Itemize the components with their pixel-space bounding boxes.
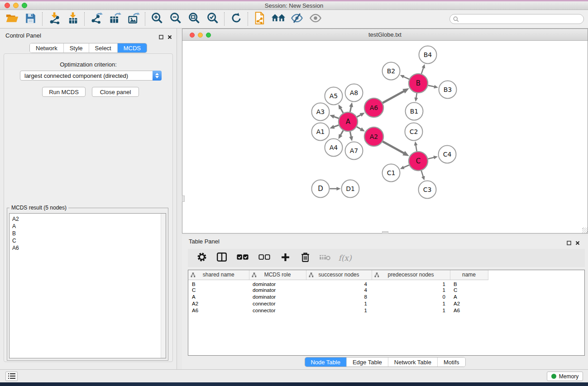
table-cell[interactable]: 1 (306, 300, 372, 307)
window-resize-grip[interactable] (382, 231, 388, 234)
column-header[interactable]: predecessor nodes (372, 270, 450, 280)
graph-edge[interactable] (349, 132, 353, 141)
task-history-button[interactable] (5, 372, 18, 381)
run-mcds-button[interactable]: Run MCDS (42, 87, 86, 97)
table-cell[interactable]: 4 (306, 287, 372, 294)
table-cell[interactable]: connector (249, 307, 306, 314)
zoom-in-button[interactable] (148, 11, 166, 27)
list-item[interactable]: A2 (10, 215, 160, 223)
zoom-fit-button[interactable] (185, 11, 203, 27)
graph-edge[interactable] (357, 113, 364, 117)
graph-node-c1[interactable]: C1 (382, 164, 400, 182)
unselect-all-button[interactable] (257, 251, 272, 265)
graph-edge[interactable] (357, 127, 365, 131)
graph-edge[interactable] (421, 171, 425, 181)
import-table-button[interactable] (63, 11, 82, 27)
tab-network[interactable]: Network (30, 43, 64, 52)
table-settings-button[interactable] (195, 251, 209, 265)
tab-network-table[interactable]: Network Table (388, 357, 438, 367)
table-cell[interactable]: connector (249, 300, 306, 307)
save-session-button[interactable] (21, 11, 40, 27)
table-cell[interactable]: 0 (372, 294, 450, 300)
export-table-button[interactable] (105, 11, 124, 27)
window-resize-corner[interactable] (582, 228, 588, 233)
close-panel-icon[interactable] (575, 239, 580, 247)
graph-node-c4[interactable]: C4 (439, 146, 456, 163)
close-panel-icon[interactable] (167, 33, 172, 41)
column-header[interactable]: name (450, 270, 488, 280)
graph-node-c2[interactable]: C2 (405, 123, 423, 141)
add-column-button[interactable] (278, 251, 292, 265)
graph-edge[interactable] (428, 85, 438, 89)
graph-node-a5[interactable]: A5 (325, 87, 343, 105)
table-row[interactable]: A6connector11A6 (188, 307, 584, 314)
import-network-button[interactable] (45, 11, 63, 27)
graph-edge[interactable] (428, 156, 438, 159)
tab-edge-table[interactable]: Edge Table (347, 357, 388, 367)
tab-node-table[interactable]: Node Table (305, 357, 347, 367)
graph-node-d[interactable]: D (312, 180, 330, 198)
graph-edge[interactable] (330, 187, 341, 191)
graph-node-b[interactable]: B (409, 74, 428, 93)
table-row[interactable]: Cdominator41C (188, 287, 584, 294)
graph-edge[interactable] (421, 64, 425, 74)
graph-node-c3[interactable]: C3 (419, 181, 436, 199)
graph-node-a[interactable]: A (339, 112, 358, 131)
tab-motifs[interactable]: Motifs (438, 357, 465, 367)
table-cell[interactable]: 8 (306, 294, 372, 300)
graph-node-a7[interactable]: A7 (345, 142, 363, 160)
graph-node-a8[interactable]: A8 (345, 84, 363, 102)
home-button[interactable] (269, 11, 287, 27)
table-cell[interactable]: C (188, 287, 249, 294)
column-header[interactable]: successor nodes (306, 270, 372, 280)
column-header[interactable]: shared name (188, 270, 249, 280)
graph-node-b4[interactable]: B4 (419, 46, 437, 64)
graph-edge[interactable] (400, 75, 409, 79)
column-header[interactable]: MCDS role (249, 270, 306, 280)
list-item[interactable]: C (10, 237, 160, 244)
criterion-dropdown[interactable]: largest connected component (directed) (20, 71, 162, 81)
table-cell[interactable]: 1 (306, 307, 372, 314)
graph-edge[interactable] (382, 142, 409, 156)
table-cell[interactable]: 1 (372, 300, 450, 307)
memory-button[interactable]: Memory (547, 372, 583, 381)
table-cell[interactable]: A (188, 294, 249, 300)
table-cell[interactable]: A (450, 294, 488, 300)
graph-edge[interactable] (400, 165, 409, 169)
table-cell[interactable]: 1 (372, 280, 450, 287)
table-cell[interactable]: A2 (450, 300, 488, 307)
select-all-button[interactable] (235, 251, 250, 265)
result-scrollbar[interactable] (161, 214, 166, 358)
tab-style[interactable]: Style (64, 43, 89, 52)
network-window-titlebar[interactable]: testGlobe.txt (182, 29, 588, 41)
network-canvas[interactable]: B4B2BB3B1A8A5A6A3AA1C2A2A4A7C4CC1C3DD1 (182, 41, 588, 233)
graph-node-b3[interactable]: B3 (439, 81, 457, 99)
graph-edge[interactable] (382, 88, 409, 103)
mcds-result-listbox[interactable]: A2ABCA6 (9, 213, 166, 358)
graph-edge[interactable] (349, 102, 353, 112)
graph-node-a2[interactable]: A2 (364, 127, 383, 146)
graph-node-a1[interactable]: A1 (312, 123, 330, 141)
graph-node-a4[interactable]: A4 (325, 139, 343, 157)
list-item[interactable]: A (10, 223, 160, 230)
float-panel-icon[interactable] (159, 33, 163, 41)
node-table-container[interactable]: shared nameMCDS rolesuccessor nodesprede… (188, 270, 585, 356)
open-session-button[interactable] (3, 11, 21, 27)
table-cell[interactable]: B (188, 280, 249, 287)
graph-edge[interactable] (339, 130, 344, 139)
table-cell[interactable]: dominator (249, 280, 306, 287)
table-cell[interactable]: C (450, 287, 488, 294)
graph-edge[interactable] (339, 105, 344, 113)
refresh-button[interactable] (227, 11, 245, 27)
graph-edge[interactable] (330, 115, 339, 119)
show-details-button[interactable] (306, 11, 325, 27)
table-row[interactable]: Adominator80A (188, 294, 584, 300)
table-cell[interactable]: 1 (372, 307, 450, 314)
delete-column-button[interactable] (298, 251, 312, 265)
export-image-button[interactable] (124, 11, 143, 27)
table-row[interactable]: Bdominator41B (188, 280, 584, 287)
graph-edge[interactable] (330, 125, 339, 129)
delete-table-button[interactable] (318, 251, 332, 265)
graph-node-b1[interactable]: B1 (406, 103, 423, 120)
table-cell[interactable]: 1 (372, 287, 450, 294)
